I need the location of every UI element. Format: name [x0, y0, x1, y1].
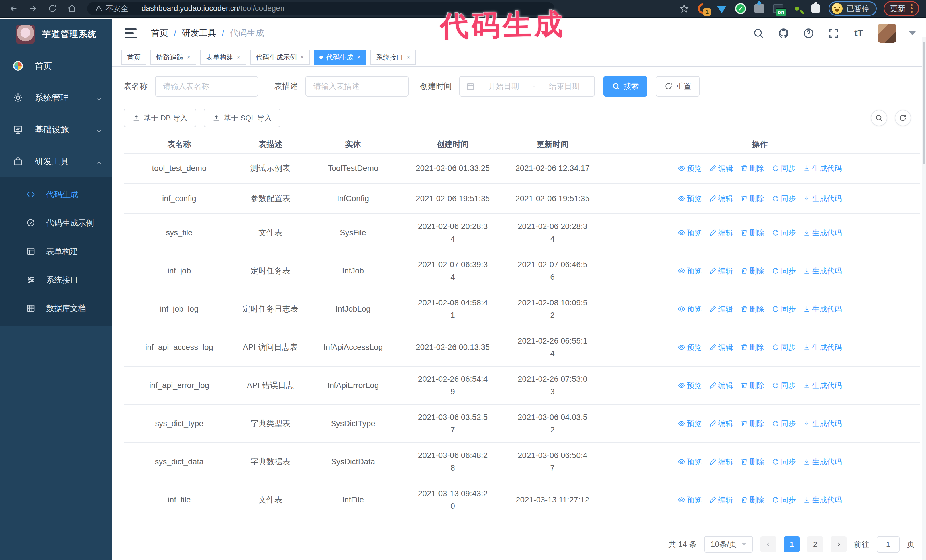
- extension-columns-icon[interactable]: [754, 3, 765, 15]
- generate-code-link[interactable]: 生成代码: [803, 162, 842, 175]
- delete-link[interactable]: 删除: [740, 341, 764, 353]
- address-bar[interactable]: 不安全 dashboard.yudao.iocoder.cn/tool/code…: [87, 2, 554, 15]
- delete-link[interactable]: 删除: [740, 456, 764, 468]
- generate-code-link[interactable]: 生成代码: [803, 456, 842, 468]
- generate-code-link[interactable]: 生成代码: [803, 226, 842, 239]
- user-avatar[interactable]: [878, 24, 896, 43]
- sync-link[interactable]: 同步: [772, 265, 796, 277]
- sidebar-item-system-api[interactable]: 系统接口: [0, 266, 112, 294]
- generate-code-link[interactable]: 生成代码: [803, 379, 842, 392]
- github-icon[interactable]: [777, 27, 790, 39]
- generate-code-link[interactable]: 生成代码: [803, 303, 842, 315]
- sidebar-item-system-management[interactable]: 系统管理: [0, 82, 112, 114]
- preview-link[interactable]: 预览: [678, 417, 702, 430]
- generate-code-link[interactable]: 生成代码: [803, 265, 842, 277]
- page-size-select[interactable]: 10条/页: [704, 536, 753, 552]
- scrollbar-thumb[interactable]: [923, 42, 925, 164]
- generate-code-link[interactable]: 生成代码: [803, 494, 842, 506]
- tab-codegen-example[interactable]: 代码生成示例×: [250, 50, 310, 65]
- back-icon[interactable]: [8, 3, 20, 14]
- edit-link[interactable]: 编辑: [709, 379, 733, 392]
- sidebar-item-database-doc[interactable]: 数据库文档: [0, 294, 112, 323]
- avatar-caret-icon[interactable]: [909, 31, 916, 35]
- tab-codegen[interactable]: 代码生成×: [314, 50, 366, 65]
- browser-update-button[interactable]: 更新: [884, 1, 919, 16]
- tab-close-icon[interactable]: ×: [357, 54, 361, 60]
- reload-icon[interactable]: [47, 3, 58, 14]
- delete-link[interactable]: 删除: [740, 265, 764, 277]
- sync-link[interactable]: 同步: [772, 226, 796, 239]
- delete-link[interactable]: 删除: [740, 303, 764, 315]
- extension-gem-icon[interactable]: [716, 3, 728, 15]
- preview-link[interactable]: 预览: [678, 192, 702, 205]
- search-icon[interactable]: [752, 27, 765, 39]
- sync-link[interactable]: 同步: [772, 379, 796, 392]
- page-button-2[interactable]: 2: [807, 536, 823, 552]
- page-button-1[interactable]: 1: [784, 536, 800, 552]
- sidebar-item-infrastructure[interactable]: 基础设施: [0, 114, 112, 146]
- goto-page-input[interactable]: [877, 536, 899, 552]
- browser-menu-icon[interactable]: [911, 4, 912, 13]
- preview-link[interactable]: 预览: [678, 162, 702, 175]
- tab-form-builder[interactable]: 表单构建×: [200, 50, 246, 65]
- sidebar-item-home[interactable]: 首页: [0, 50, 112, 82]
- sidebar-item-dev-tools[interactable]: 研发工具: [0, 146, 112, 177]
- edit-link[interactable]: 编辑: [709, 494, 733, 506]
- refresh-table-button[interactable]: [895, 110, 911, 126]
- sync-link[interactable]: 同步: [772, 417, 796, 430]
- delete-link[interactable]: 删除: [740, 494, 764, 506]
- edit-link[interactable]: 编辑: [709, 265, 733, 277]
- sync-link[interactable]: 同步: [772, 192, 796, 205]
- tab-close-icon[interactable]: ×: [187, 54, 191, 60]
- prev-page-button[interactable]: [761, 536, 776, 552]
- tab-close-icon[interactable]: ×: [237, 54, 241, 60]
- window-scrollbar[interactable]: [922, 37, 926, 560]
- bookmark-star-icon[interactable]: [678, 3, 690, 15]
- edit-link[interactable]: 编辑: [709, 417, 733, 430]
- tab-tracing[interactable]: 链路追踪×: [150, 50, 196, 65]
- sync-link[interactable]: 同步: [772, 303, 796, 315]
- import-db-button[interactable]: 基于 DB 导入: [124, 109, 196, 127]
- tab-home[interactable]: 首页: [121, 50, 147, 65]
- fullscreen-icon[interactable]: [828, 27, 840, 39]
- sidebar-item-form-builder[interactable]: 表单构建: [0, 237, 112, 266]
- table-desc-input[interactable]: [306, 76, 409, 97]
- next-page-button[interactable]: [831, 536, 846, 552]
- extension-dark-icon[interactable]: on: [772, 3, 784, 15]
- preview-link[interactable]: 预览: [678, 494, 702, 506]
- home-icon[interactable]: [66, 3, 77, 14]
- edit-link[interactable]: 编辑: [709, 192, 733, 205]
- hamburger-icon[interactable]: [125, 29, 137, 38]
- generate-code-link[interactable]: 生成代码: [803, 417, 842, 430]
- generate-code-link[interactable]: 生成代码: [803, 192, 842, 205]
- edit-link[interactable]: 编辑: [709, 341, 733, 353]
- import-sql-button[interactable]: 基于 SQL 导入: [204, 109, 281, 127]
- delete-link[interactable]: 删除: [740, 192, 764, 205]
- sync-link[interactable]: 同步: [772, 341, 796, 353]
- delete-link[interactable]: 删除: [740, 417, 764, 430]
- preview-link[interactable]: 预览: [678, 341, 702, 353]
- profile-paused-badge[interactable]: 已暂停: [829, 2, 877, 16]
- breadcrumb-home[interactable]: 首页: [151, 27, 168, 39]
- search-button[interactable]: 搜索: [604, 76, 648, 97]
- table-name-input[interactable]: [155, 76, 258, 97]
- extension-orange-icon[interactable]: 1: [697, 3, 709, 15]
- preview-link[interactable]: 预览: [678, 379, 702, 392]
- preview-link[interactable]: 预览: [678, 456, 702, 468]
- edit-link[interactable]: 编辑: [709, 226, 733, 239]
- tab-system-api[interactable]: 系统接口×: [370, 50, 416, 65]
- help-icon[interactable]: [802, 27, 815, 39]
- sidebar-item-codegen-example[interactable]: 代码生成示例: [0, 209, 112, 237]
- preview-link[interactable]: 预览: [678, 226, 702, 239]
- generate-code-link[interactable]: 生成代码: [803, 341, 842, 353]
- sidebar-item-codegen[interactable]: 代码生成: [0, 180, 112, 209]
- forward-icon[interactable]: [27, 3, 39, 14]
- date-range-picker[interactable]: 开始日期 - 结束日期: [459, 76, 595, 97]
- sync-link[interactable]: 同步: [772, 162, 796, 175]
- extension-key-icon[interactable]: [791, 3, 803, 15]
- delete-link[interactable]: 删除: [740, 379, 764, 392]
- tab-close-icon[interactable]: ×: [300, 54, 304, 60]
- sync-link[interactable]: 同步: [772, 456, 796, 468]
- preview-link[interactable]: 预览: [678, 303, 702, 315]
- extensions-puzzle-icon[interactable]: [810, 3, 822, 15]
